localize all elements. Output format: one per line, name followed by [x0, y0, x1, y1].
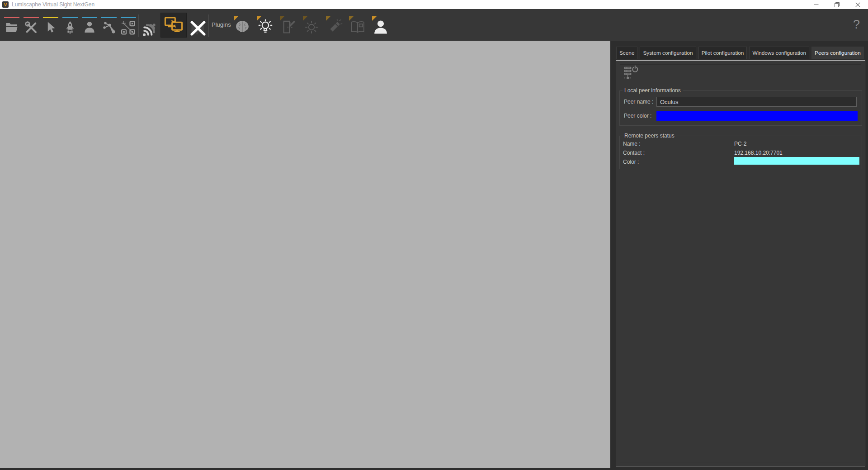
remote-color-swatch — [734, 157, 859, 165]
tab-system-configuration[interactable]: System configuration — [640, 47, 696, 59]
3d-viewport[interactable] — [0, 41, 610, 468]
nodes-icon — [102, 20, 116, 35]
mode-underline — [62, 17, 78, 18]
help-button[interactable]: ? — [853, 15, 860, 33]
doors-button[interactable] — [280, 16, 297, 38]
plugin-badge — [234, 16, 238, 21]
plugin-badge — [280, 16, 284, 21]
mode-underline — [4, 17, 19, 18]
server-power-icon — [622, 65, 638, 81]
side-panel-area: Scene System configuration Pilot configu… — [610, 41, 868, 470]
flashlight-button[interactable] — [326, 16, 343, 38]
peers-configuration-panel: Local peer informations Peer name : Peer… — [616, 60, 865, 466]
app-logo-icon: V — [2, 1, 9, 8]
local-peer-group: Local peer informations Peer name : Peer… — [619, 90, 862, 126]
plugins-label: Plugins — [212, 9, 231, 41]
remote-name-value: PC-2 — [734, 141, 746, 147]
config-tabs: Scene System configuration Pilot configu… — [616, 47, 864, 59]
open-scene-button[interactable] — [4, 17, 19, 38]
peer-name-label: Peer name : — [624, 99, 653, 105]
headset-icon — [234, 19, 250, 35]
mode-underline — [82, 17, 97, 18]
select-button[interactable] — [43, 17, 58, 38]
tools-button[interactable] — [24, 17, 39, 38]
avatar-mode-button[interactable] — [82, 17, 97, 38]
screens-sync-button[interactable] — [160, 13, 187, 38]
mode-button-group — [4, 17, 136, 38]
plugin-button-group — [234, 16, 389, 38]
peer-server-power-button[interactable] — [622, 65, 638, 81]
tracking-markers-button[interactable] — [121, 17, 136, 38]
rocket-icon — [63, 20, 77, 35]
plugin-badge — [257, 16, 261, 21]
toolbar-separator — [208, 14, 209, 37]
remote-peers-group: Remote peers status Name : PC-2 Contact … — [619, 136, 862, 169]
lightbulb-icon — [257, 19, 274, 35]
lookbook-button[interactable] — [349, 16, 366, 38]
broadcast-button[interactable] — [140, 20, 158, 40]
remote-contact-value: 192.168.10.20:7701 — [734, 150, 783, 156]
avatar-button[interactable] — [372, 16, 389, 38]
tab-windows-configuration[interactable]: Windows configuration — [749, 47, 809, 59]
plugin-badge — [372, 16, 377, 21]
skeleton-button[interactable] — [101, 17, 117, 38]
window-title: Lumiscaphe Virtual Sight NextGen — [12, 0, 94, 9]
close-icon — [855, 2, 860, 7]
local-peer-group-title: Local peer informations — [623, 87, 683, 94]
titlebar: V Lumiscaphe Virtual Sight NextGen — [0, 0, 868, 9]
window-controls — [806, 0, 868, 9]
door-icon — [280, 19, 297, 35]
mode-underline — [24, 17, 39, 18]
cursor-icon — [44, 20, 57, 34]
close-button[interactable] — [847, 0, 868, 9]
plugin-badge — [303, 16, 307, 21]
remote-color-label: Color : — [623, 159, 639, 165]
x-icon — [189, 18, 208, 38]
main-toolbar: Plugins — [0, 9, 868, 41]
lighting-button[interactable] — [257, 16, 274, 38]
plugin-badge — [326, 16, 330, 21]
navigation-button[interactable] — [62, 17, 78, 38]
tab-peers-configuration[interactable]: Peers configuration — [811, 47, 864, 59]
main-area: Scene System configuration Pilot configu… — [0, 41, 868, 470]
book-icon — [349, 19, 366, 35]
mode-underline — [101, 17, 117, 18]
peer-name-input[interactable] — [656, 97, 857, 107]
toolbar-separator — [138, 14, 139, 37]
minimize-button[interactable] — [806, 0, 826, 9]
plugin-badge — [349, 16, 354, 21]
restore-icon — [835, 2, 840, 7]
minimize-icon — [814, 2, 819, 7]
tab-pilot-configuration[interactable]: Pilot configuration — [698, 47, 747, 59]
markers-icon — [121, 20, 136, 36]
person-icon — [83, 20, 96, 34]
remote-name-label: Name : — [623, 141, 641, 147]
flashlight-icon — [326, 19, 343, 35]
wifi-icon — [140, 20, 158, 40]
mode-underline — [121, 17, 136, 18]
peer-color-label: Peer color : — [624, 113, 651, 119]
remote-peers-group-title: Remote peers status — [623, 133, 676, 139]
vr-headset-button[interactable] — [234, 16, 251, 38]
monitors-sync-icon — [164, 15, 184, 35]
peer-color-swatch[interactable] — [656, 111, 858, 121]
folder-icon — [5, 20, 19, 35]
ambient-light-button[interactable] — [303, 16, 320, 38]
tab-scene[interactable]: Scene — [616, 47, 637, 59]
restore-button[interactable] — [826, 0, 847, 9]
remote-contact-label: Contact : — [623, 150, 645, 156]
mode-underline — [43, 17, 58, 18]
disconnect-button[interactable] — [189, 18, 208, 38]
sun-icon — [303, 19, 320, 35]
tools-icon — [24, 20, 38, 35]
